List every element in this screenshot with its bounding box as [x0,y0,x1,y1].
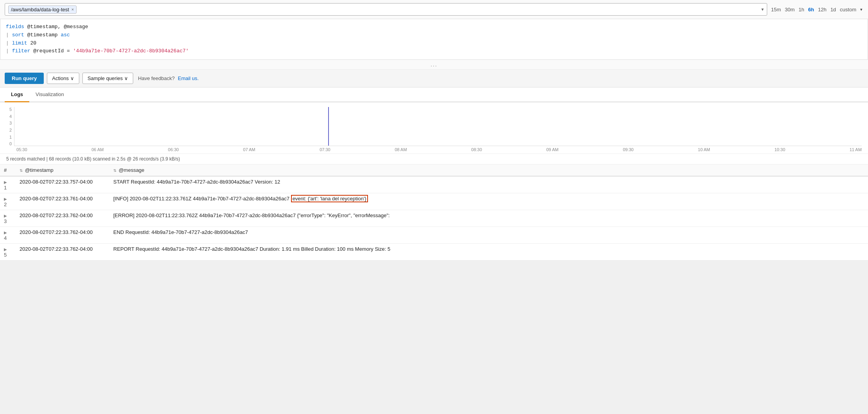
y-label-2: 2 [9,128,12,132]
row-message-3: [ERROR] 2020-08-02T11:22:33.762Z 44b9a71… [109,210,868,227]
feedback-text: Have feedback? [138,75,175,81]
y-label-0: 0 [9,141,12,146]
expander-icon-3[interactable]: ▶ [4,214,7,218]
sort-icon-message: ⇅ [113,168,116,173]
row-num-4: 4 [4,235,7,241]
table-row: ▶ 5 2020-08-02T07:22:33.762-04:00 REPORT… [0,244,868,261]
time-30m[interactable]: 30m [784,6,795,13]
query-ellipsis: ... [0,60,868,70]
stats-text: 5 records matched | 68 records (10.0 kB)… [6,156,180,162]
row-timestamp-3: 2020-08-02T07:22:33.762-04:00 [16,210,109,227]
actions-label: Actions [52,75,69,81]
sample-label: Sample queries [88,75,123,81]
log-group-tag: /aws/lambda/data-log-test × [8,5,77,14]
tabs-bar: Logs Visualization [0,87,868,102]
x-label-06am: 06 AM [91,147,104,152]
time-12h[interactable]: 12h [817,6,827,13]
x-label-10am: 10 AM [698,147,710,152]
sample-chevron: ∨ [124,75,128,81]
stats-bar: 5 records matched | 68 records (10.0 kB)… [0,154,868,164]
log-group-label: /aws/lambda/data-log-test [11,7,69,12]
col-header-timestamp[interactable]: ⇅ @timestamp [16,164,109,176]
row-num-5: 5 [4,252,7,258]
table-row: ▶ 3 2020-08-02T07:22:33.762-04:00 [ERROR… [0,210,868,227]
x-label-1030: 10:30 [774,147,785,152]
chart-container: 5 4 3 2 1 0 [6,107,862,146]
time-1h[interactable]: 1h [798,6,805,13]
expander-icon-4[interactable]: ▶ [4,230,7,235]
top-bar: /aws/lambda/data-log-test × ▾ 15m 30m 1h… [0,0,868,19]
run-query-button[interactable]: Run query [5,73,44,84]
row-timestamp-1: 2020-08-02T07:22:33.757-04:00 [16,176,109,193]
chart-spike [328,107,329,146]
table-row: ▶ 1 2020-08-02T07:22:33.757-04:00 START … [0,176,868,193]
row-expand-5[interactable]: ▶ 5 [0,244,16,261]
row-num-3: 3 [4,218,7,224]
row-message-2: [INFO] 2020-08-02T11:22:33.761Z 44b9a71e… [109,193,868,210]
query-line-4: | filter @requestId = '44b9a71e-70b7-472… [6,47,862,55]
query-line-1: fields @timestamp, @message [6,23,862,31]
feedback-email-link[interactable]: Email us. [178,75,198,81]
time-custom[interactable]: custom [839,6,857,13]
y-label-4: 4 [9,114,12,119]
query-line-3: | limit 20 [6,39,862,48]
time-range-bar: 15m 30m 1h 6h 12h 1d custom ▾ [770,6,863,13]
x-label-11am: 11 AM [850,147,862,152]
table-header-row: # ⇅ @timestamp ⇅ @message [0,164,868,176]
toolbar: Run query Actions ∨ Sample queries ∨ Hav… [0,70,868,87]
chart-plot-area [14,107,862,146]
row-expand-2[interactable]: ▶ 2 [0,193,16,210]
x-label-0730: 07:30 [320,147,330,152]
sample-queries-button[interactable]: Sample queries ∨ [82,73,133,84]
row-message-1: START RequestId: 44b9a71e-70b7-4727-a2dc… [109,176,868,193]
sort-icon-timestamp: ⇅ [20,168,23,173]
expander-icon-5[interactable]: ▶ [4,247,7,252]
tab-logs[interactable]: Logs [5,87,29,102]
query-line-2: | sort @timestamp asc [6,31,862,39]
tab-visualization[interactable]: Visualization [29,87,70,102]
time-6h[interactable]: 6h [807,6,815,13]
chart-x-labels: 05:30 06 AM 06:30 07 AM 07:30 08 AM 08:3… [6,146,862,152]
chart-area: 5 4 3 2 1 0 05:30 06 AM 06:30 07 AM 07:3… [0,102,868,154]
actions-button[interactable]: Actions ∨ [47,73,79,84]
actions-chevron: ∨ [70,75,74,81]
col-header-num: # [0,164,16,176]
query-editor[interactable]: fields @timestamp, @message | sort @time… [0,19,868,60]
main-container: /aws/lambda/data-log-test × ▾ 15m 30m 1h… [0,0,868,261]
results-table: # ⇅ @timestamp ⇅ @message ▶ 1 2020-08- [0,164,868,261]
time-15m[interactable]: 15m [770,6,782,13]
row-message-5: REPORT RequestId: 44b9a71e-70b7-4727-a2d… [109,244,868,261]
x-label-0530: 05:30 [16,147,27,152]
x-label-0830: 08:30 [471,147,482,152]
y-label-5: 5 [9,107,12,112]
row-timestamp-5: 2020-08-02T07:22:33.762-04:00 [16,244,109,261]
x-label-08am: 08 AM [395,147,407,152]
log-group-dropdown-arrow[interactable]: ▾ [761,7,764,12]
msg-prefix-2: [INFO] 2020-08-02T11:22:33.761Z 44b9a71e… [113,196,289,202]
row-expand-4[interactable]: ▶ 4 [0,227,16,244]
table-row: ▶ 2 2020-08-02T07:22:33.761-04:00 [INFO]… [0,193,868,210]
expander-icon-2[interactable]: ▶ [4,197,7,201]
time-dropdown-arrow[interactable]: ▾ [859,6,863,13]
table-row: ▶ 4 2020-08-02T07:22:33.762-04:00 END Re… [0,227,868,244]
row-timestamp-4: 2020-08-02T07:22:33.762-04:00 [16,227,109,244]
chart-y-axis: 5 4 3 2 1 0 [6,107,14,146]
row-num-2: 2 [4,202,7,207]
x-label-0930: 09:30 [623,147,634,152]
time-1d[interactable]: 1d [830,6,837,13]
x-label-07am: 07 AM [243,147,255,152]
row-num-1: 1 [4,185,7,191]
y-label-1: 1 [9,135,12,139]
col-header-message[interactable]: ⇅ @message [109,164,868,176]
log-group-selector[interactable]: /aws/lambda/data-log-test × ▾ [5,3,767,16]
y-label-3: 3 [9,121,12,125]
expander-icon-1[interactable]: ▶ [4,180,7,184]
row-expand-1[interactable]: ▶ 1 [0,176,16,193]
x-label-0630: 06:30 [168,147,179,152]
msg-highlight-2: event: {'art': 'lana del reyception'} [291,195,368,202]
close-icon[interactable]: × [71,7,74,12]
x-label-09am: 09 AM [547,147,559,152]
row-expand-3[interactable]: ▶ 3 [0,210,16,227]
row-timestamp-2: 2020-08-02T07:22:33.761-04:00 [16,193,109,210]
row-message-4: END RequestId: 44b9a71e-70b7-4727-a2dc-8… [109,227,868,244]
